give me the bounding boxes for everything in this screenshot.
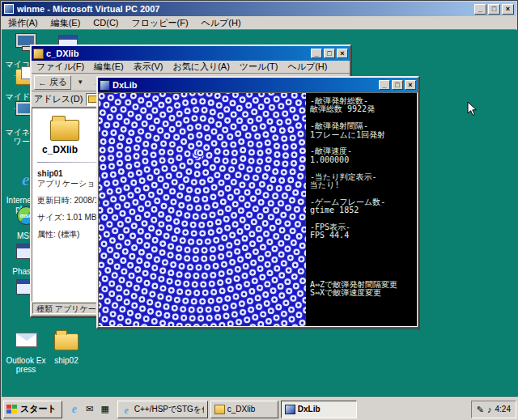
host-maximize-button[interactable]: □ <box>488 4 500 15</box>
explorer-title: c_DXlib <box>46 49 309 58</box>
host-minimize-button[interactable]: _ <box>474 4 486 15</box>
dxlib-app-icon <box>285 405 295 414</box>
mail-icon <box>15 333 37 347</box>
dxlib-info-line <box>310 214 417 223</box>
dxlib-info-line: gtime 1852 <box>310 206 417 214</box>
folder-icon <box>54 333 79 350</box>
menu-edit[interactable]: 編集(E) <box>45 16 87 30</box>
desktop-icon-ship02[interactable]: ship02 <box>45 329 87 365</box>
explorer-maximize-button[interactable]: □ <box>324 49 335 58</box>
quick-launch: e ✉ ▦ <box>65 401 115 418</box>
explorer-minimize-button[interactable]: _ <box>311 49 322 58</box>
dxlib-title: DxLib <box>113 80 377 90</box>
back-arrow-icon: ← <box>38 78 47 87</box>
explorer-menu-favorites[interactable]: お気に入り(A) <box>168 61 234 73</box>
dxlib-info-line: 敵弾総数 9922発 <box>310 105 417 113</box>
vm-taskbar: スタート e ✉ ▦ e C++/HSPでSTGを作ってい.. c_DXlib … <box>2 397 518 420</box>
dxlib-info-line: -ゲームフレーム数- <box>310 198 417 206</box>
dxlib-content: -敵弾発射総数-敵弾総数 9922発 -敵弾発射間隔-1フレームに1回発射 -敵… <box>98 92 418 327</box>
menu-cd[interactable]: CD(C) <box>87 17 125 28</box>
explorer-menu-file[interactable]: ファイル(F) <box>32 61 89 73</box>
back-dropdown[interactable]: ▼ <box>73 75 87 90</box>
dxlib-info-line: -当たり判定表示- <box>310 173 417 181</box>
vm-screen: マイコンピュータ マイドキュメント マイネットワーク e Internet Ex… <box>2 30 518 420</box>
dxlib-info-panel: -敵弾発射総数-敵弾総数 9922発 -敵弾発射間隔-1フレームに1回発射 -敵… <box>306 93 417 326</box>
host-window-title: winme - Microsoft Virtual PC 2007 <box>17 4 473 14</box>
ie-icon: e <box>22 169 30 190</box>
task-button-explorer[interactable]: c_DXlib <box>210 401 278 418</box>
dxlib-window: DxLib _ □ × -敵弾発射総数-敵弾総数 9922発 -敵弾発射間隔-1… <box>96 76 419 329</box>
virtual-pc-icon <box>4 4 14 14</box>
menu-action[interactable]: 操作(A) <box>2 16 45 30</box>
game-canvas <box>99 93 306 326</box>
host-menubar: 操作(A) 編集(E) CD(C) フロッピー(F) ヘルプ(H) <box>2 16 516 30</box>
control-hint-1: A⇔Zで敵弾発射間隔変更 <box>310 281 397 289</box>
back-button[interactable]: ← 戻る <box>34 75 71 90</box>
host-titlebar[interactable]: winme - Microsoft Virtual PC 2007 _ □ × <box>2 2 516 16</box>
dxlib-close-button[interactable]: × <box>405 80 416 90</box>
desktop-icon-outlook-express[interactable]: Outlook Express <box>5 329 47 374</box>
desktop-icon[interactable]: ▦ <box>99 403 112 416</box>
dxlib-titlebar[interactable]: DxLib _ □ × <box>98 78 418 92</box>
ime-pen-icon[interactable]: ✎ <box>477 405 484 414</box>
dxlib-info-line <box>310 189 417 197</box>
explorer-titlebar[interactable]: c_DXlib _ □ × <box>32 46 350 61</box>
ie-icon[interactable]: e <box>68 403 81 416</box>
ie-icon: e <box>121 405 132 414</box>
mail-icon[interactable]: ✉ <box>83 403 96 416</box>
dxlib-info-line: -FPS表示- <box>310 223 417 231</box>
dxlib-info-line: FPS 44.4 <box>310 231 417 240</box>
mouse-cursor <box>467 101 478 117</box>
folder-icon <box>33 49 44 59</box>
dxlib-info-line: 1フレームに1回発射 <box>310 131 417 139</box>
menu-help[interactable]: ヘルプ(H) <box>195 16 248 30</box>
dxlib-info-line <box>310 164 417 172</box>
clock: 4:24 <box>495 405 511 414</box>
volume-icon[interactable]: ♪ <box>487 405 492 414</box>
task-button-dxlib[interactable]: DxLib <box>281 401 357 418</box>
dxlib-info-line: -敵弾速度- <box>310 147 417 155</box>
start-button[interactable]: スタート <box>3 401 62 418</box>
control-hint-2: S⇔Xで敵弾速度変更 <box>310 289 397 297</box>
explorer-menu-edit[interactable]: 編集(E) <box>89 61 129 73</box>
dxlib-info-line: 当たり! <box>310 181 417 189</box>
dxlib-info-line: -敵弾発射総数- <box>310 97 417 105</box>
dxlib-maximize-button[interactable]: □ <box>392 80 403 90</box>
address-label: アドレス(D) <box>34 93 83 105</box>
task-button-browser[interactable]: e C++/HSPでSTGを作ってい.. <box>117 401 208 418</box>
explorer-menu-tools[interactable]: ツール(T) <box>235 61 283 73</box>
dxlib-info-lines: -敵弾発射総数-敵弾総数 9922発 -敵弾発射間隔-1フレームに1回発射 -敵… <box>310 97 417 240</box>
menu-floppy[interactable]: フロッピー(F) <box>125 16 195 30</box>
host-close-button[interactable]: × <box>502 4 514 15</box>
dxlib-info-line <box>310 139 417 147</box>
dxlib-app-icon <box>100 80 110 91</box>
start-label: スタート <box>20 403 57 415</box>
explorer-menu-view[interactable]: 表示(V) <box>129 61 168 73</box>
system-tray: ✎ ♪ 4:24 <box>471 401 516 418</box>
explorer-close-button[interactable]: × <box>337 49 348 58</box>
windows-logo-icon <box>6 405 18 414</box>
big-folder-icon <box>50 120 79 141</box>
folder-icon <box>214 405 225 414</box>
dxlib-info-line: -敵弾発射間隔- <box>310 122 417 130</box>
explorer-menubar: ファイル(F) 編集(E) 表示(V) お気に入り(A) ツール(T) ヘルプ(… <box>32 61 350 74</box>
dxlib-controls: A⇔Zで敵弾発射間隔変更 S⇔Xで敵弾速度変更 <box>310 281 397 298</box>
dxlib-minimize-button[interactable]: _ <box>379 80 390 90</box>
dxlib-info-line <box>310 114 417 122</box>
virtual-pc-window: winme - Microsoft Virtual PC 2007 _ □ × … <box>0 0 518 420</box>
dxlib-info-line: 1.000000 <box>310 156 417 164</box>
explorer-menu-help[interactable]: ヘルプ(H) <box>282 61 332 73</box>
